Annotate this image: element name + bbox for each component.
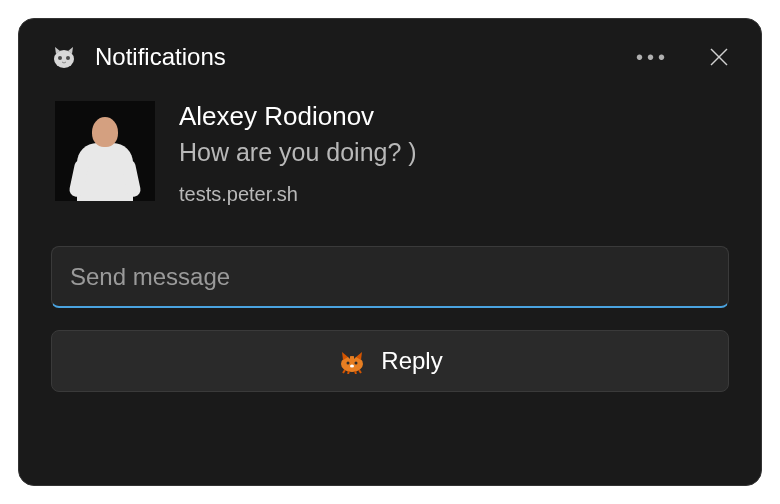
- text-content: Alexey Rodionov How are you doing? ) tes…: [179, 101, 417, 206]
- notification-card: Notifications ••• Alexey Rodionov How ar…: [18, 18, 762, 486]
- reply-button-label: Reply: [381, 347, 442, 375]
- input-wrapper: [19, 226, 761, 316]
- avatar: [55, 101, 155, 201]
- message-input[interactable]: [51, 246, 729, 308]
- notification-content: Alexey Rodionov How are you doing? ) tes…: [19, 89, 761, 226]
- more-icon[interactable]: •••: [636, 46, 669, 69]
- button-wrapper: Reply: [19, 316, 761, 416]
- close-icon[interactable]: [709, 47, 729, 67]
- sender-name: Alexey Rodionov: [179, 101, 417, 132]
- header-actions: •••: [636, 46, 729, 69]
- svg-point-1: [58, 56, 62, 60]
- reply-button[interactable]: Reply: [51, 330, 729, 392]
- svg-point-8: [350, 365, 354, 368]
- message-body: How are you doing? ): [179, 138, 417, 167]
- header-title: Notifications: [95, 43, 636, 71]
- notification-source: tests.peter.sh: [179, 183, 417, 206]
- notification-header: Notifications •••: [19, 19, 761, 89]
- svg-point-6: [347, 362, 350, 365]
- cat-icon: [337, 348, 367, 374]
- svg-point-2: [66, 56, 70, 60]
- svg-point-7: [355, 362, 358, 365]
- app-icon: [51, 44, 77, 70]
